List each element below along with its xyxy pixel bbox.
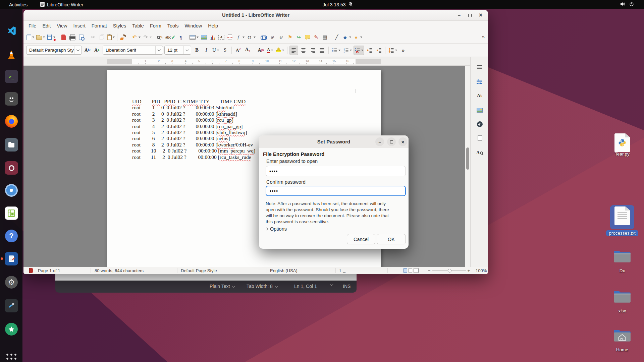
- zoom-in-button[interactable]: +: [468, 268, 470, 273]
- cancel-button[interactable]: Cancel: [347, 234, 375, 244]
- dock-item-image-viewer[interactable]: [4, 160, 19, 176]
- insert-comment-button[interactable]: [303, 33, 312, 42]
- options-expander[interactable]: Options: [266, 226, 287, 232]
- menu-insert[interactable]: Insert: [70, 22, 89, 30]
- ok-button[interactable]: OK: [377, 234, 406, 244]
- bold-button[interactable]: B: [193, 46, 201, 55]
- modified-indicator[interactable]: [29, 268, 33, 273]
- show-changes-button[interactable]: ▤: [321, 33, 329, 42]
- menu-table[interactable]: Table: [129, 22, 147, 30]
- sidebar-tab-properties[interactable]: [475, 77, 484, 86]
- basic-shapes-button[interactable]: ◆: [341, 33, 352, 42]
- vertical-scrollbar[interactable]: [465, 66, 470, 267]
- insert-special-character-button[interactable]: Ω: [246, 33, 257, 42]
- chevron-down-icon[interactable]: [183, 46, 191, 54]
- minimize-button[interactable]: –: [454, 11, 465, 20]
- desktop-icon-xlsx[interactable]: [612, 289, 632, 304]
- export-pdf-button[interactable]: [59, 33, 68, 42]
- sidebar-tab-styles[interactable]: A✎: [475, 91, 484, 101]
- insert-text-box-button[interactable]: A: [217, 33, 226, 42]
- ordered-list-button[interactable]: 123: [342, 46, 353, 55]
- dock-item-firefox[interactable]: [4, 114, 19, 129]
- strikethrough-button[interactable]: S: [221, 46, 229, 55]
- text-language[interactable]: English (USA): [270, 268, 298, 273]
- align-right-button[interactable]: [308, 46, 317, 55]
- desktop-icon-home[interactable]: [612, 328, 632, 343]
- insert-field-button[interactable]: ƒ: [234, 33, 246, 42]
- cursor-position[interactable]: Ln 1, Col 1: [294, 284, 317, 289]
- copy-button[interactable]: [97, 33, 106, 42]
- align-center-button[interactable]: [299, 46, 308, 55]
- font-size-combo[interactable]: 12 pt: [164, 46, 191, 55]
- font-name-combo[interactable]: Liberation Serif: [103, 46, 163, 55]
- spelling-button[interactable]: abc✓: [164, 33, 177, 42]
- dock-item-help[interactable]: ?: [4, 228, 19, 244]
- dock-item-libreoffice-calc[interactable]: [4, 205, 19, 221]
- dock-item-software[interactable]: [4, 321, 19, 337]
- insert-line-button[interactable]: ╱: [332, 33, 341, 42]
- dialog-maximize-button[interactable]: [387, 137, 396, 146]
- dialog-minimize-button[interactable]: –: [375, 137, 384, 146]
- more-options-button[interactable]: »: [399, 46, 408, 55]
- toolbar-overflow-button[interactable]: »: [482, 34, 485, 40]
- clone-formatting-button[interactable]: [119, 33, 127, 42]
- activities-button[interactable]: Activities: [9, 0, 28, 9]
- increase-indent-button[interactable]: [365, 46, 374, 55]
- sidebar-tab-navigator[interactable]: [475, 119, 484, 129]
- menu-view[interactable]: View: [54, 22, 70, 30]
- page-count[interactable]: Page 1 of 1: [38, 268, 60, 273]
- open-button[interactable]: [35, 33, 46, 42]
- highlight-color-button[interactable]: [275, 46, 285, 55]
- menu-tools[interactable]: Tools: [164, 22, 182, 30]
- chevron-down-icon[interactable]: [74, 46, 82, 54]
- syntax-mode-dropdown[interactable]: Plain Text: [210, 284, 235, 289]
- insert-bookmark-button[interactable]: ⚑: [286, 33, 294, 42]
- font-color-button[interactable]: A: [266, 46, 274, 55]
- no-list-button[interactable]: [354, 46, 364, 55]
- decrease-indent-button[interactable]: [374, 46, 383, 55]
- page-style[interactable]: Default Page Style: [181, 268, 217, 273]
- dock-item-app-grid[interactable]: [4, 351, 19, 362]
- insert-cross-reference-button[interactable]: ↪: [294, 33, 303, 42]
- zoom-level[interactable]: 100%: [476, 268, 487, 273]
- sidebar-tab-gallery[interactable]: [475, 106, 484, 115]
- line-spacing-button[interactable]: [387, 46, 398, 55]
- track-changes-button[interactable]: ✎: [312, 33, 321, 42]
- word-count[interactable]: 80 words, 644 characters: [95, 268, 144, 273]
- insert-table-button[interactable]: [189, 33, 200, 42]
- insert-hyperlink-button[interactable]: [260, 33, 268, 42]
- clock-menu[interactable]: Jul 3 13:53: [323, 0, 353, 9]
- find-and-replace-button[interactable]: ✎: [156, 33, 164, 42]
- new-style-button[interactable]: A+: [93, 46, 101, 55]
- dialog-title-bar[interactable]: Set Password – ×: [259, 135, 409, 148]
- focused-app-menu[interactable]: LibreOffice Writer: [40, 0, 83, 9]
- menu-edit[interactable]: Edit: [39, 22, 54, 30]
- maximize-button[interactable]: [465, 11, 475, 20]
- desktop-icon-processes-txt[interactable]: [612, 206, 632, 225]
- align-left-button[interactable]: [289, 46, 298, 55]
- insert-image-button[interactable]: [200, 33, 208, 42]
- dock-item-vlc[interactable]: [4, 47, 19, 62]
- single-page-view-button[interactable]: [404, 268, 407, 273]
- confirm-password-input[interactable]: ••••: [266, 186, 406, 196]
- italic-button[interactable]: I: [202, 46, 211, 55]
- new-document-button[interactable]: [25, 33, 35, 42]
- close-button[interactable]: ×: [475, 11, 486, 20]
- cut-button[interactable]: ✂: [89, 33, 97, 42]
- superscript-button[interactable]: A2: [234, 46, 243, 55]
- multi-page-view-button[interactable]: [409, 268, 412, 273]
- menu-file[interactable]: File: [25, 22, 39, 30]
- zoom-slider-thumb[interactable]: [448, 269, 451, 273]
- selection-mode[interactable]: I▁: [339, 268, 345, 274]
- horizontal-ruler[interactable]: 12345678910111213141516: [23, 57, 470, 66]
- update-style-button[interactable]: A↻: [83, 46, 92, 55]
- print-preview-button[interactable]: [77, 33, 86, 42]
- insert-page-break-button[interactable]: [226, 33, 234, 42]
- system-status-menu[interactable]: [620, 0, 634, 9]
- desktop-icon-dx[interactable]: [612, 249, 632, 264]
- star-shapes-button[interactable]: ★: [352, 33, 363, 42]
- insert-footnote-button[interactable]: a¹: [268, 33, 277, 42]
- menu-form[interactable]: Form: [147, 22, 164, 30]
- dock-item-terminal[interactable]: >_: [4, 69, 19, 84]
- sidebar-tab-page[interactable]: [475, 133, 484, 143]
